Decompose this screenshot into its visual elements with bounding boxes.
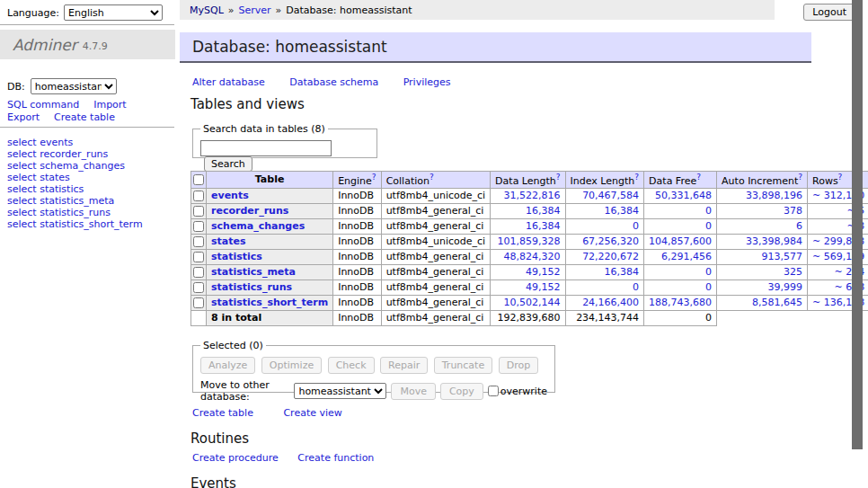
cell-link[interactable]: 378 <box>784 205 802 217</box>
move-button[interactable]: Move <box>391 383 436 400</box>
table-name-link[interactable]: statistics <box>211 251 262 262</box>
cell-link[interactable]: 104,857,600 <box>649 235 712 247</box>
repair-button[interactable]: Repair <box>380 357 428 374</box>
privileges-link[interactable]: Privileges <box>403 76 451 88</box>
cell-link[interactable]: 0 <box>705 281 712 293</box>
help-link[interactable]: ? <box>430 173 434 182</box>
truncate-button[interactable]: Truncate <box>434 357 492 374</box>
table-name-link[interactable]: statistics_meta <box>211 266 296 278</box>
cell-link[interactable]: 0 <box>633 220 639 232</box>
cell-link[interactable]: 6,291,456 <box>661 251 712 262</box>
vertical-scrollbar[interactable] <box>852 0 863 488</box>
help-link[interactable]: ? <box>372 173 376 182</box>
row-checkbox[interactable] <box>193 221 204 232</box>
table-link[interactable]: statistics_meta <box>40 195 114 207</box>
cell-link[interactable]: 49,152 <box>526 281 561 293</box>
cell-link[interactable]: 72,220,672 <box>582 251 639 262</box>
cell-link[interactable]: 8,581,645 <box>752 297 802 308</box>
cell-link[interactable]: 31,522,816 <box>504 190 561 201</box>
cell-link[interactable]: 0 <box>705 266 712 278</box>
database-schema-link[interactable]: Database schema <box>289 76 378 88</box>
cell-link[interactable]: 10,502,144 <box>504 297 561 308</box>
row-checkbox[interactable] <box>193 282 204 293</box>
create-function-link[interactable]: Create function <box>297 452 374 464</box>
table-name-link[interactable]: schema_changes <box>211 220 305 232</box>
table-link[interactable]: states <box>40 172 70 183</box>
cell-link[interactable]: 6 <box>796 220 802 232</box>
cell-link[interactable]: 188,743,680 <box>649 297 712 308</box>
table-link[interactable]: statistics_short_term <box>40 218 142 230</box>
table-name-link[interactable]: recorder_runs <box>211 205 288 217</box>
select-link[interactable]: select <box>7 172 37 183</box>
row-checkbox[interactable] <box>193 267 204 278</box>
help-link[interactable]: ? <box>838 173 843 182</box>
scrollbar-thumb[interactable] <box>852 0 863 449</box>
cell-link[interactable]: 24,166,400 <box>582 297 639 308</box>
table-link[interactable]: statistics_runs <box>40 207 111 218</box>
move-db-select[interactable]: homeassistant <box>294 383 386 399</box>
sidebar-link-sql-command[interactable]: SQL command <box>7 99 79 111</box>
logout-button[interactable]: Logout <box>803 4 855 21</box>
cell-link[interactable]: 49,152 <box>526 266 561 278</box>
help-link[interactable]: ? <box>798 173 802 182</box>
select-link[interactable]: select <box>7 137 37 148</box>
cell-link[interactable]: 39,999 <box>768 281 803 293</box>
sidebar-link-export[interactable]: Export <box>7 111 40 123</box>
language-select[interactable]: English <box>64 4 163 21</box>
row-checkbox[interactable] <box>193 297 204 308</box>
check-button[interactable]: Check <box>328 357 375 374</box>
table-name-link[interactable]: statistics_runs <box>211 281 292 293</box>
breadcrumb-mysql-link[interactable]: MySQL <box>190 4 224 16</box>
select-link[interactable]: select <box>7 195 37 207</box>
cell-link[interactable]: 0 <box>705 205 712 217</box>
select-link[interactable]: select <box>7 207 37 218</box>
help-link[interactable]: ? <box>556 173 561 182</box>
row-checkbox[interactable] <box>193 191 204 201</box>
cell-link[interactable]: 101,859,328 <box>498 235 561 247</box>
row-checkbox[interactable] <box>193 236 204 247</box>
table-link[interactable]: recorder_runs <box>40 148 108 160</box>
table-link[interactable]: statistics <box>40 183 84 195</box>
db-select[interactable]: homeassistant <box>31 78 117 94</box>
breadcrumb-server-link[interactable]: Server <box>239 4 271 16</box>
cell-link[interactable]: 16,384 <box>605 266 640 278</box>
analyze-button[interactable]: Analyze <box>200 357 255 374</box>
cell-link[interactable]: 16,384 <box>526 205 561 217</box>
select-all-checkbox[interactable] <box>193 174 204 185</box>
create-table-link[interactable]: Create table <box>192 407 253 419</box>
search-button[interactable]: Search <box>204 156 252 172</box>
create-procedure-link[interactable]: Create procedure <box>192 452 279 464</box>
select-link[interactable]: select <box>7 148 37 160</box>
cell-link[interactable]: 0 <box>705 220 712 232</box>
cell-link[interactable]: 70,467,584 <box>582 190 639 201</box>
copy-button[interactable]: Copy <box>440 383 483 400</box>
cell-link[interactable]: 33,898,196 <box>746 190 802 201</box>
select-link[interactable]: select <box>7 183 37 195</box>
overwrite-checkbox[interactable] <box>488 386 499 396</box>
sidebar-link-import[interactable]: Import <box>93 99 127 111</box>
cell-link[interactable]: 16,384 <box>526 220 561 232</box>
table-name-link[interactable]: statistics_short_term <box>211 297 328 308</box>
table-name-link[interactable]: states <box>211 235 246 247</box>
table-link[interactable]: schema_changes <box>40 160 125 172</box>
row-checkbox[interactable] <box>193 206 204 217</box>
cell-link[interactable]: 48,824,320 <box>504 251 561 262</box>
create-view-link[interactable]: Create view <box>283 407 341 419</box>
cell-link[interactable]: 50,331,648 <box>655 190 712 201</box>
cell-link[interactable]: 33,398,984 <box>746 235 802 247</box>
cell-link[interactable]: 67,256,320 <box>582 235 639 247</box>
table-link[interactable]: events <box>40 137 73 148</box>
row-checkbox[interactable] <box>193 252 204 262</box>
select-link[interactable]: select <box>7 218 37 230</box>
cell-link[interactable]: 0 <box>633 281 639 293</box>
help-link[interactable]: ? <box>696 173 701 182</box>
search-input[interactable] <box>200 140 332 156</box>
cell-link[interactable]: 913,577 <box>762 251 803 262</box>
sidebar-link-create-table[interactable]: Create table <box>54 111 115 123</box>
select-link[interactable]: select <box>7 160 37 172</box>
optimize-button[interactable]: Optimize <box>261 357 322 374</box>
help-link[interactable]: ? <box>634 173 639 182</box>
cell-link[interactable]: 325 <box>784 266 802 278</box>
drop-button[interactable]: Drop <box>499 357 538 374</box>
alter-database-link[interactable]: Alter database <box>192 76 265 88</box>
